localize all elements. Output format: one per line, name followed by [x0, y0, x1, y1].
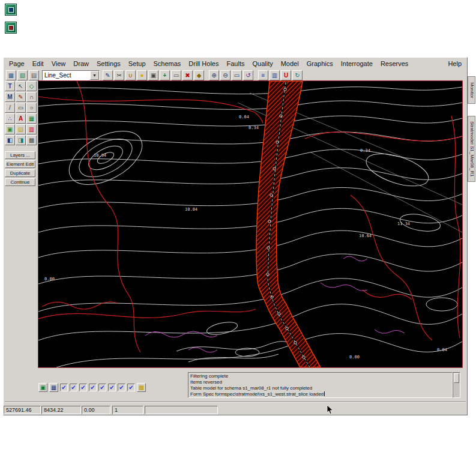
tab-monitor[interactable]: Monitor [468, 76, 475, 104]
filter-checkbox-7[interactable]: ✔ [118, 384, 125, 391]
menu-help[interactable]: Help [448, 60, 462, 67]
move-tool-icon[interactable]: M [5, 92, 15, 102]
desktop-icon-2[interactable] [5, 22, 17, 34]
rect-tool-icon[interactable]: ▭ [16, 103, 26, 113]
map-label: 0.00 [44, 277, 55, 282]
filter-checkbox-1[interactable]: ✔ [60, 384, 68, 391]
delete-icon[interactable]: ✖ [182, 70, 193, 80]
pencil-icon[interactable]: ✎ [103, 70, 113, 80]
log-line: Table model for schema s1_mar08_r1 not f… [190, 385, 450, 391]
chevron-down-icon[interactable]: ▼ [90, 71, 99, 80]
hatch-tool-icon[interactable]: ▤ [16, 124, 26, 134]
circle-tool-icon[interactable]: ○ [26, 103, 37, 113]
filter-checkbox-3[interactable]: ✔ [79, 384, 87, 391]
toolbar-separator [255, 70, 257, 80]
new-sheet-icon[interactable]: ▦ [6, 70, 16, 80]
split-vertical-icon[interactable]: ▥ [270, 70, 280, 80]
menu-reserves[interactable]: Reserves [381, 60, 408, 67]
duplicate-button[interactable]: Duplicate [5, 169, 35, 177]
line-tool-icon[interactable]: / [5, 103, 15, 113]
menu-schemas[interactable]: Schemas [154, 60, 181, 67]
map-canvas[interactable]: 0.04 0.34 10.94 10.04 0.00 0.34 11.34 10… [38, 81, 462, 367]
filter-checkbox-2[interactable]: ✔ [70, 384, 77, 391]
map-viewport[interactable]: 0.04 0.34 10.94 10.04 0.00 0.34 11.34 10… [38, 80, 463, 368]
display-list-icon[interactable]: ▣ [38, 383, 47, 392]
menu-draw[interactable]: Draw [73, 60, 89, 67]
tag-icon[interactable]: ▩ [137, 383, 146, 392]
log-scrollbar[interactable] [453, 372, 460, 398]
command-input[interactable] [145, 406, 218, 414]
map-label: 10.04 [185, 207, 197, 212]
zoom-out-icon[interactable]: ⊖ [220, 70, 230, 80]
split-horizontal-icon[interactable]: ≡ [258, 70, 268, 80]
app-window: Page Edit View Draw Settings Setup Schem… [3, 57, 468, 415]
zoom-previous-icon[interactable]: ↺ [243, 70, 253, 80]
log-line: Items reversed [190, 379, 450, 385]
config-tool-icon[interactable]: ▩ [26, 135, 37, 145]
refresh-list-icon[interactable]: ▦ [49, 383, 58, 392]
points-tool-icon[interactable]: ∴ [5, 113, 15, 124]
menu-edit[interactable]: Edit [32, 60, 44, 67]
filter-checkbox-8[interactable]: ✔ [127, 384, 135, 391]
open-design-icon[interactable]: ▧ [17, 70, 28, 80]
map-label: 10.64 [359, 233, 372, 238]
desktop-icon-1[interactable] [5, 4, 17, 16]
tab-stratmodel[interactable]: Stratmodel S1_Mar08_R1 [468, 116, 475, 182]
layers-button[interactable]: Layers ... [5, 151, 35, 159]
arc-tool-icon[interactable]: ∩ [26, 92, 37, 102]
menu-interrogate[interactable]: Interrogate [341, 60, 373, 67]
pencil-tool-icon[interactable]: ✎ [16, 92, 26, 102]
lamp-icon[interactable]: ● [137, 70, 147, 80]
magnet-icon[interactable]: ∪ [125, 70, 136, 80]
desktop: { "colors": { "window_bg": "#d6d3ce", "c… [0, 0, 476, 476]
menu-page[interactable]: Page [9, 60, 25, 67]
status-bar: 527691.46 8434.22 0.00 1 [4, 405, 466, 415]
filter-checkbox-6[interactable]: ✔ [108, 384, 116, 391]
zoom-in-icon[interactable]: ⊕ [209, 70, 219, 80]
pan-icon[interactable]: + [160, 70, 170, 80]
message-log[interactable]: Filtering complete Items reversed Table … [188, 372, 453, 398]
menu-view[interactable]: View [52, 60, 66, 67]
zoom-window-icon[interactable]: ▭ [232, 70, 242, 80]
layer-combo[interactable]: Line_Sect ▼ [42, 70, 100, 80]
text-tool-icon[interactable]: T [5, 81, 15, 91]
menu-settings[interactable]: Settings [97, 60, 121, 67]
filter-checkbox-5[interactable]: ✔ [98, 384, 106, 391]
menu-faults[interactable]: Faults [226, 60, 244, 67]
select-box-icon[interactable]: ▭ [171, 70, 181, 80]
undo-icon[interactable]: U [281, 70, 291, 80]
filter-checkbox-4[interactable]: ✔ [89, 384, 97, 391]
label-tool-icon[interactable]: A [16, 113, 26, 124]
status-level-field: 1 [112, 406, 143, 414]
menu-drill-holes[interactable]: Drill Holes [188, 60, 218, 67]
polyline-tool-icon[interactable]: ◇ [26, 81, 37, 91]
toolbar-separator [205, 70, 208, 80]
menu-quality[interactable]: Quality [252, 60, 273, 67]
continue-button[interactable]: Continue [5, 178, 35, 186]
map-label: 10.94 [94, 153, 106, 158]
map-labels: 0.04 0.34 10.94 10.04 0.00 0.34 11.34 10… [44, 115, 447, 360]
camera-icon[interactable]: ▣ [148, 70, 158, 80]
map-label: 11.34 [397, 221, 410, 226]
redo-icon[interactable]: ↻ [292, 70, 303, 80]
fill-tool-icon[interactable]: ▣ [5, 124, 15, 134]
panel-divider [5, 402, 466, 403]
erase-tool-icon[interactable]: ▥ [26, 124, 37, 134]
map-label: 0.34 [360, 148, 370, 153]
menu-model[interactable]: Model [281, 60, 299, 67]
pointer-tool-icon[interactable]: ↖ [16, 81, 26, 91]
layer-tool-icon[interactable]: ◧ [5, 135, 15, 145]
log-line: Filtering complete [190, 373, 450, 379]
scissors-icon[interactable]: ✂ [114, 70, 124, 80]
element-edit-button[interactable]: Element Edit [5, 160, 35, 168]
menu-setup[interactable]: Setup [128, 60, 146, 67]
log-scrollbar-thumb[interactable] [454, 373, 459, 383]
layer-combo-value: Line_Sect [44, 72, 71, 79]
menu-graphics[interactable]: Graphics [307, 60, 333, 67]
lock-icon[interactable]: ◆ [194, 70, 204, 80]
group-tool-icon[interactable]: ◨ [16, 135, 26, 145]
status-y-field: 8434.22 [41, 406, 81, 414]
print-icon[interactable]: ▤ [29, 70, 39, 80]
log-line: Form Spec formspec\stratmodel\xs_s1_west… [190, 391, 450, 397]
palette-tool-icon[interactable]: ▦ [26, 113, 37, 124]
